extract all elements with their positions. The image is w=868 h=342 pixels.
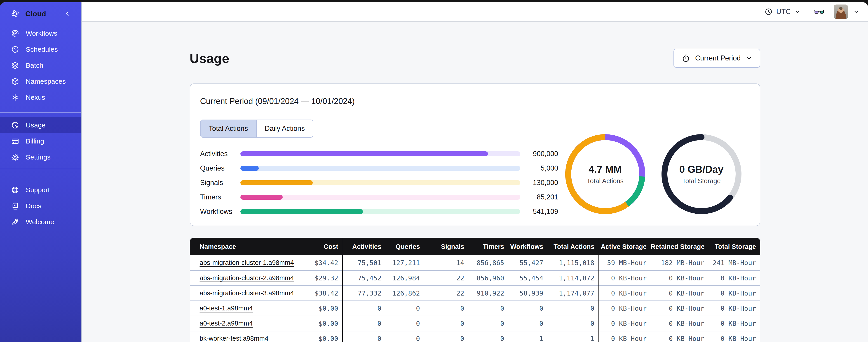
sidebar-item-label: Workflows: [26, 30, 57, 37]
sidebar-item-support[interactable]: Support: [0, 182, 81, 198]
period-selector-label: Current Period: [695, 54, 741, 62]
col-activities: Activities: [343, 238, 385, 255]
incognito-glasses-button[interactable]: [814, 6, 825, 17]
sidebar-collapse-button[interactable]: [64, 10, 71, 17]
sidebar-item-nexus[interactable]: Nexus: [0, 89, 81, 105]
cell-retained-storage: 182 MB-Hour: [651, 255, 708, 271]
cell-active-storage: 0 KB-Hour: [599, 331, 651, 342]
col-timers: Timers: [468, 238, 508, 255]
bar-row-queries: Queries 5,000: [200, 161, 558, 175]
namespace-link[interactable]: abs-migration-cluster-1.a98mm4: [200, 259, 294, 266]
sidebar-item-docs[interactable]: Docs: [0, 198, 81, 214]
stopwatch-icon: [682, 54, 690, 63]
bar-label: Signals: [200, 179, 240, 187]
cell-timers: 910,922: [468, 285, 508, 301]
sidebar-item-label: Billing: [26, 137, 44, 145]
namespace-link[interactable]: a0-test-2.a98mm4: [200, 320, 253, 327]
cell-total-actions: 1,114,872: [548, 271, 599, 285]
brand-label: Cloud: [25, 10, 58, 18]
namespace-link[interactable]: abs-migration-cluster-3.a98mm4: [200, 289, 294, 297]
col-total-actions: Total Actions: [548, 238, 599, 255]
bar-row-workflows: Workflows 541,109: [200, 204, 558, 219]
user-avatar[interactable]: [834, 4, 848, 19]
namespace-link[interactable]: abs-migration-cluster-2.a98mm4: [200, 274, 294, 281]
actions-tabs: Total Actions Daily Actions: [200, 119, 314, 138]
cell-retained-storage: 0 KB-Hour: [651, 285, 708, 301]
timezone-selector[interactable]: UTC: [765, 8, 801, 16]
queries-bar: [240, 166, 520, 171]
sidebar-item-schedules[interactable]: Schedules: [0, 41, 81, 57]
cell-workflows: 55,454: [508, 271, 548, 285]
col-signals: Signals: [424, 238, 468, 255]
cell-activities: 75,501: [343, 255, 385, 271]
cell-cost: $0.00: [281, 331, 343, 342]
timers-bar: [240, 195, 520, 200]
sidebar-divider: [0, 112, 81, 112]
cell-workflows: 1: [508, 331, 548, 342]
col-retained-storage: Retained Storage: [651, 238, 708, 255]
cell-cost: $0.00: [281, 316, 343, 331]
cell-activities: 0: [343, 301, 385, 316]
bar-row-signals: Signals 130,000: [200, 175, 558, 190]
col-workflows: Workflows: [508, 238, 548, 255]
workflows-icon: [11, 29, 20, 38]
bar-row-activities: Activities 900,000: [200, 147, 558, 161]
cell-active-storage: 0 KB-Hour: [599, 285, 651, 301]
sidebar-item-billing[interactable]: Billing: [0, 133, 81, 149]
bar-row-timers: Timers 85,201: [200, 190, 558, 204]
sidebar-item-welcome[interactable]: Welcome: [0, 214, 81, 230]
cell-total-storage: 0 KB-Hour: [708, 331, 760, 342]
bar-label: Timers: [200, 193, 240, 201]
page-body: Usage Current Period Current Period (09/…: [82, 22, 868, 342]
usage-bars-chart: Activities 900,000 Queries 5,000 Signals: [200, 144, 558, 219]
cell-active-storage: 59 MB-Hour: [599, 255, 651, 271]
cell-total-actions: 1: [548, 331, 599, 342]
cell-signals: 22: [424, 271, 468, 285]
cell-total-storage: 0 KB-Hour: [708, 316, 760, 331]
cell-timers: 0: [468, 331, 508, 342]
bar-value: 541,109: [520, 208, 558, 216]
donut-value: 4.7 MM: [589, 164, 622, 175]
cell-workflows: 58,939: [508, 285, 548, 301]
clock-icon: [765, 8, 773, 16]
cell-total-actions: 0: [548, 301, 599, 316]
cell-activities: 77,332: [343, 285, 385, 301]
bar-label: Activities: [200, 150, 240, 158]
namespace-link[interactable]: a0-test-1.a98mm4: [200, 305, 253, 312]
total-storage-donut: 0 GB/Day Total Storage: [661, 134, 742, 215]
namespace-usage-table: Namespace Cost Activities Queries Signal…: [190, 238, 760, 342]
cell-queries: 0: [385, 316, 424, 331]
col-active-storage: Active Storage: [599, 238, 651, 255]
brand-row: Cloud: [0, 2, 81, 25]
glasses-icon: [814, 6, 825, 17]
activities-bar: [240, 151, 520, 156]
cell-total-storage: 0 KB-Hour: [708, 271, 760, 285]
tab-total-actions[interactable]: Total Actions: [200, 120, 256, 137]
namespace-link[interactable]: bk-worker-test.a98mm4: [200, 335, 269, 342]
sidebar-item-label: Schedules: [26, 45, 58, 53]
donut-label: Total Storage: [682, 177, 721, 185]
topbar: UTC: [82, 2, 868, 22]
period-selector-button[interactable]: Current Period: [674, 49, 760, 68]
cell-queries: 0: [385, 331, 424, 342]
tab-daily-actions[interactable]: Daily Actions: [256, 120, 313, 137]
sidebar-item-settings[interactable]: Settings: [0, 149, 81, 165]
cell-queries: 0: [385, 301, 424, 316]
cell-active-storage: 0 KB-Hour: [599, 271, 651, 285]
usage-summary-card: Current Period (09/01/2024 — 10/01/2024)…: [190, 83, 760, 226]
sidebar-item-workflows[interactable]: Workflows: [0, 25, 81, 41]
sidebar-item-namespaces[interactable]: Namespaces: [0, 73, 81, 89]
col-namespace: Namespace: [190, 238, 281, 255]
cell-queries: 126,984: [385, 271, 424, 285]
billing-card-icon: [11, 137, 20, 145]
account-menu[interactable]: [834, 4, 860, 19]
cell-timers: 856,960: [468, 271, 508, 285]
sidebar-item-label: Settings: [26, 153, 51, 161]
cell-activities: 0: [343, 331, 385, 342]
cell-timers: 856,865: [468, 255, 508, 271]
col-cost: Cost: [281, 238, 343, 255]
table-row: abs-migration-cluster-1.a98mm4 $34.42 75…: [190, 255, 760, 271]
sidebar-item-batch[interactable]: Batch: [0, 57, 81, 73]
temporal-logo-icon: [11, 9, 20, 18]
sidebar-item-usage[interactable]: Usage: [0, 117, 81, 133]
